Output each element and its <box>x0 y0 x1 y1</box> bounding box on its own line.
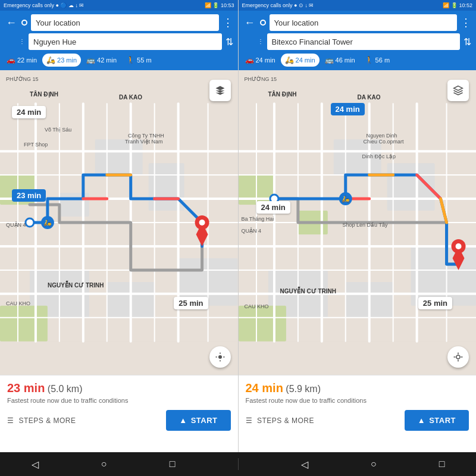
connector-right: ⋮ <box>258 39 264 45</box>
route-distance-right: (5.9 km) <box>286 384 321 394</box>
map-label-shoplen-right: Shop Len Dầu Tây <box>343 222 388 228</box>
map-label-caukho-left: CAU KHO <box>6 300 30 306</box>
time-badge-24-mid-right: 24 min <box>256 201 290 214</box>
hamburger-icon-left: ☰ <box>7 416 14 425</box>
tab-moto-left[interactable]: 🛵 23 min <box>42 54 81 67</box>
route-time-left: 23 min <box>7 381 45 394</box>
map-label-dakao-left: DA KAO <box>119 94 142 101</box>
svg-rect-2 <box>95 139 143 175</box>
time-badge-25-left: 25 min <box>174 297 208 309</box>
hamburger-icon-right: ☰ <box>246 416 253 425</box>
status-left-text: Emergency calls only ● 🔵 ☁ ↓ ✉ <box>4 2 84 8</box>
map-label-tandinh-right: TÂN ĐỊNH <box>268 91 297 98</box>
map-right[interactable]: 🛵 24 min 24 min 25 min PHƯỜNG 15 TÂN ĐỊN… <box>239 70 477 375</box>
svg-point-29 <box>199 220 205 226</box>
nav-recent-right[interactable]: □ <box>439 459 445 469</box>
status-right-text-right: 📶 🔋 10:52 <box>443 2 472 8</box>
nav-back-right[interactable]: ◁ <box>301 459 308 470</box>
map-label-fpt-left: FPT Shop <box>24 142 48 148</box>
map-label-phuong15-right: PHƯỜNG 15 <box>245 76 277 82</box>
tab-moto-right[interactable]: 🛵 24 min <box>281 54 320 67</box>
nav-recent-left[interactable]: □ <box>170 459 176 469</box>
route-time-right: 24 min <box>246 381 283 394</box>
dest-input-left[interactable]: Nguyen Hue <box>29 33 222 50</box>
map-label-dakao-right: DA KAO <box>358 94 381 101</box>
map-label-nguyen-right: NGUYỄN CƯ TRINH <box>280 288 336 295</box>
status-bar-right: Emergency calls only ● ⊙ ↓ ✉ 📶 🔋 10:52 <box>239 0 477 11</box>
time-badge-24-left: 24 min <box>12 106 46 118</box>
right-screen: Emergency calls only ● ⊙ ↓ ✉ 📶 🔋 10:52 ←… <box>239 0 477 452</box>
map-label-tandinh-left: TÂN ĐỊNH <box>30 91 58 98</box>
map-label-nguyendinh-right: Nguyen Dinh <box>367 133 397 139</box>
tab-car-right[interactable]: 🚗 24 min <box>241 54 280 67</box>
origin-dot-left <box>21 20 27 26</box>
origin-input-right[interactable]: Your location <box>270 14 458 31</box>
svg-point-32 <box>218 355 222 359</box>
back-button-left[interactable]: ← <box>5 15 18 30</box>
tab-bus-left[interactable]: 🚌 42 min <box>82 54 121 67</box>
svg-point-26 <box>26 218 34 227</box>
route-info-left: Fastest route now due to traffic conditi… <box>7 397 231 404</box>
map-label-tranh-left: Tranh Việt Nam <box>125 139 163 145</box>
map-label-coopmart-right: Chieu Co.opmart <box>364 139 404 145</box>
svg-point-62 <box>455 243 461 249</box>
more-button-left[interactable]: ⋮ <box>223 16 233 29</box>
swap-button-right[interactable]: ⇅ <box>464 36 471 48</box>
layer-button-right[interactable] <box>447 80 469 101</box>
back-button-right[interactable]: ← <box>243 15 256 30</box>
locate-button-left[interactable] <box>209 346 231 368</box>
route-info-right: Fastest route now due to traffic conditi… <box>246 397 469 404</box>
map-label-quan4-left: QUẬN 4 <box>6 222 26 228</box>
tab-walk-right[interactable]: 🚶 56 m <box>361 54 394 67</box>
svg-rect-6 <box>0 306 48 342</box>
layer-button-left[interactable] <box>209 80 231 101</box>
svg-text:🛵: 🛵 <box>43 218 52 227</box>
map-label-bathanhai-right: Ba Tháng Hai <box>242 216 274 222</box>
swap-button-left[interactable]: ⇅ <box>226 36 233 48</box>
origin-input-left[interactable]: Your location <box>31 14 219 31</box>
steps-button-right[interactable]: ☰ STEPS & MORE <box>246 416 315 425</box>
moto-icon-right: 🛵 <box>285 56 294 64</box>
moto-icon-left: 🛵 <box>46 56 55 64</box>
route-distance-left: (5.0 km) <box>48 384 83 394</box>
bus-icon-left: 🚌 <box>86 56 95 64</box>
start-button-left[interactable]: ▲ START <box>166 410 230 431</box>
bus-icon-right: 🚌 <box>325 56 334 64</box>
map-label-congtynhh-left: Công Ty TNHH <box>128 133 164 139</box>
bottom-panel-right: 24 min (5.9 km) Fastest route now due to… <box>239 375 477 452</box>
start-arrow-left: ▲ <box>179 416 187 425</box>
car-icon-right: 🚗 <box>245 56 254 64</box>
start-button-right[interactable]: ▲ START <box>405 410 469 431</box>
status-left-text-right: Emergency calls only ● ⊙ ↓ ✉ <box>242 2 314 8</box>
time-badge-25-right: 25 min <box>418 297 452 309</box>
map-label-nguyen-left: NGUYỄN CƯ TRINH <box>48 282 104 289</box>
time-badge-24-top-right: 24 min <box>331 103 365 115</box>
walk-icon-left: 🚶 <box>126 56 135 64</box>
nav-home-left[interactable]: ○ <box>101 459 107 469</box>
tab-walk-left[interactable]: 🚶 55 m <box>122 54 155 67</box>
svg-text:🛵: 🛵 <box>341 195 349 203</box>
transport-tabs-right: 🚗 24 min 🛵 24 min 🚌 46 min 🚶 56 m <box>239 54 477 70</box>
locate-button-right[interactable] <box>447 346 469 368</box>
tab-car-left[interactable]: 🚗 22 min <box>2 54 41 67</box>
nav-back-left[interactable]: ◁ <box>32 459 39 470</box>
map-label-vothisau-left: Võ Thị Sáu <box>45 127 71 133</box>
svg-point-65 <box>456 355 460 359</box>
more-button-right[interactable]: ⋮ <box>461 16 471 29</box>
steps-button-left[interactable]: ☰ STEPS & MORE <box>7 416 76 425</box>
car-icon-left: 🚗 <box>7 56 15 64</box>
header-left: ← Your location ⋮ ⋮ Nguyen Hue ⇅ <box>0 11 238 54</box>
map-label-caukho-right: CAU KHO <box>245 303 269 309</box>
tab-bus-right[interactable]: 🚌 46 min <box>321 54 359 67</box>
transport-tabs-left: 🚗 22 min 🛵 23 min 🚌 42 min 🚶 55 m <box>0 54 238 70</box>
map-left[interactable]: 🛵 24 min 23 min 25 min PHƯỜNG 15 TÂN ĐỊN… <box>0 70 238 375</box>
walk-icon-right: 🚶 <box>365 56 374 64</box>
dest-input-right[interactable]: Bitexco Financial Tower <box>267 33 461 50</box>
status-right-text: 📶 🔋 10:53 <box>205 2 234 8</box>
status-bar-left: Emergency calls only ● 🔵 ☁ ↓ ✉ 📶 🔋 10:53 <box>0 0 238 11</box>
map-label-quan4-right: QUẬN 4 <box>242 228 262 234</box>
nav-home-right[interactable]: ○ <box>371 459 377 469</box>
bottom-panel-left: 23 min (5.0 km) Fastest route now due to… <box>0 375 238 452</box>
origin-dot-right <box>260 20 266 26</box>
start-arrow-right: ▲ <box>418 416 425 425</box>
